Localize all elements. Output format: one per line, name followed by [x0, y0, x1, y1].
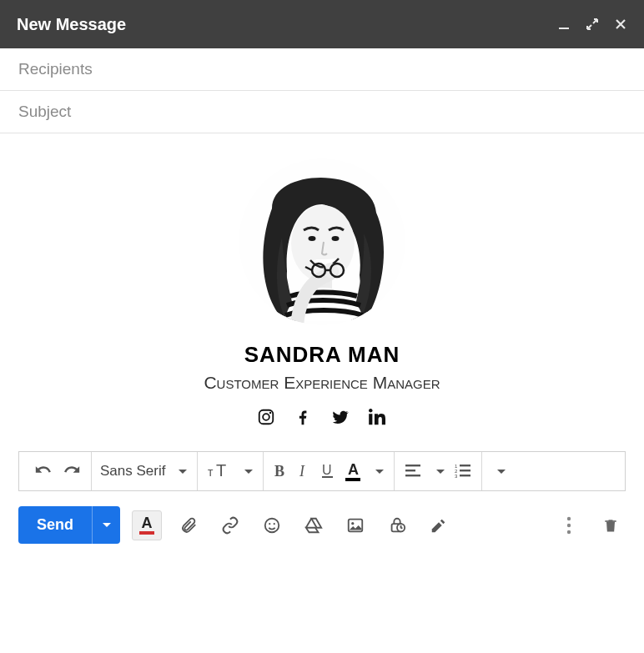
confidential-mode-icon[interactable] — [382, 510, 412, 540]
svg-point-12 — [263, 414, 269, 420]
svg-text:U: U — [322, 463, 332, 477]
twitter-icon[interactable] — [330, 408, 350, 426]
svg-text:I: I — [299, 463, 305, 480]
svg-text:B: B — [274, 463, 284, 480]
svg-rect-22 — [405, 475, 420, 476]
text-color-button[interactable]: A — [340, 459, 365, 485]
list-button[interactable]: 123 — [450, 460, 476, 482]
subject-row — [0, 91, 644, 133]
signature-avatar — [239, 158, 405, 325]
svg-text:т: т — [208, 465, 214, 479]
svg-point-30 — [269, 523, 270, 525]
align-dropdown[interactable] — [426, 466, 450, 477]
compose-titlebar: New Message — [0, 0, 644, 48]
recipients-input[interactable] — [18, 60, 626, 78]
message-body[interactable]: SANDRA MAN Customer Experience Manager — [0, 133, 644, 451]
font-family-label: Sans Serif — [97, 463, 169, 480]
signature-name: SANDRA MAN — [18, 342, 626, 368]
send-button[interactable]: Send — [18, 506, 92, 544]
popout-icon[interactable] — [586, 18, 599, 31]
subject-input[interactable] — [18, 103, 626, 121]
font-family-dropdown[interactable] — [169, 466, 192, 477]
redo-button[interactable] — [58, 460, 86, 483]
undo-button[interactable] — [29, 460, 58, 483]
font-size-dropdown[interactable] — [234, 466, 258, 477]
formatting-toggle-button[interactable]: A — [132, 510, 162, 540]
facebook-icon[interactable] — [294, 408, 312, 426]
insert-signature-icon[interactable] — [424, 510, 454, 540]
signature-title: Customer Experience Manager — [18, 373, 626, 393]
svg-point-5 — [332, 236, 340, 241]
svg-point-4 — [309, 236, 316, 241]
svg-rect-39 — [605, 520, 616, 522]
svg-point-13 — [269, 412, 271, 414]
compose-title: New Message — [17, 15, 557, 34]
send-button-group: Send — [18, 506, 120, 544]
svg-point-37 — [567, 523, 571, 526]
svg-point-31 — [274, 523, 275, 525]
close-icon[interactable] — [614, 18, 627, 31]
attach-file-icon[interactable] — [174, 510, 204, 540]
underline-button[interactable]: U — [315, 460, 340, 483]
signature-social-row — [18, 408, 626, 426]
svg-text:T: T — [216, 463, 226, 480]
format-toolbar: Sans Serif тT B I U A 123 — [18, 451, 626, 491]
bottom-toolbar-icons: A — [132, 510, 454, 540]
linkedin-icon[interactable] — [369, 408, 387, 426]
insert-photo-icon[interactable] — [340, 510, 370, 540]
text-color-dropdown[interactable] — [365, 466, 389, 477]
align-button[interactable] — [400, 460, 426, 482]
font-size-button[interactable]: тT — [203, 460, 234, 483]
svg-rect-0 — [559, 28, 569, 29]
more-options-icon[interactable] — [554, 510, 584, 540]
svg-rect-28 — [460, 475, 470, 476]
more-formatting-dropdown[interactable] — [487, 466, 511, 477]
titlebar-actions — [557, 18, 627, 31]
bold-button[interactable]: B — [269, 460, 292, 483]
recipients-row — [0, 48, 644, 91]
drive-icon[interactable] — [299, 510, 329, 540]
send-options-dropdown[interactable] — [92, 506, 120, 544]
bottom-right-actions — [554, 510, 626, 540]
svg-point-36 — [567, 516, 571, 520]
insert-link-icon[interactable] — [215, 510, 245, 540]
instagram-icon[interactable] — [257, 408, 275, 426]
svg-rect-19 — [322, 476, 333, 478]
emoji-icon[interactable] — [257, 510, 287, 540]
minimize-icon[interactable] — [557, 18, 571, 31]
compose-bottom-bar: Send A — [0, 491, 644, 559]
italic-button[interactable]: I — [292, 460, 315, 483]
svg-rect-21 — [405, 470, 415, 471]
svg-point-33 — [351, 522, 354, 525]
discard-draft-icon[interactable] — [596, 510, 626, 540]
svg-point-38 — [567, 530, 571, 533]
svg-point-29 — [265, 518, 279, 532]
svg-rect-20 — [405, 465, 420, 466]
svg-text:3: 3 — [455, 474, 458, 479]
svg-rect-26 — [460, 470, 470, 471]
svg-rect-24 — [460, 465, 470, 466]
